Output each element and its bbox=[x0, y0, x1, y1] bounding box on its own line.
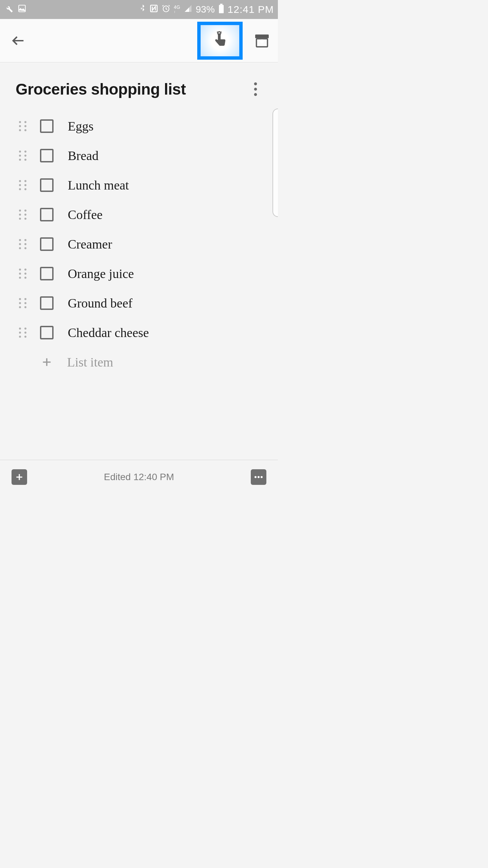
battery-percentage: 93% bbox=[196, 4, 215, 15]
item-checkbox[interactable] bbox=[40, 237, 54, 251]
svg-rect-4 bbox=[220, 4, 222, 5]
item-label[interactable]: Lunch meat bbox=[68, 178, 129, 193]
checklist-item[interactable]: Lunch meat bbox=[18, 170, 263, 200]
checklist-item[interactable]: Eggs bbox=[18, 111, 263, 141]
svg-point-13 bbox=[258, 476, 260, 478]
status-clock: 12:41 PM bbox=[228, 4, 274, 15]
item-checkbox[interactable] bbox=[40, 296, 54, 310]
item-checkbox[interactable] bbox=[40, 326, 54, 339]
item-label[interactable]: Coffee bbox=[68, 207, 103, 222]
item-label[interactable]: Creamer bbox=[68, 237, 112, 252]
status-left-icons bbox=[4, 4, 26, 16]
note-title-row: Groceries shopping list bbox=[0, 62, 278, 102]
plus-icon bbox=[40, 355, 54, 369]
overflow-menu-button[interactable] bbox=[249, 81, 262, 98]
back-button[interactable] bbox=[8, 31, 28, 51]
item-label[interactable]: Eggs bbox=[68, 119, 94, 134]
scroll-indicator[interactable] bbox=[272, 108, 278, 217]
svg-point-10 bbox=[254, 88, 257, 91]
item-checkbox[interactable] bbox=[40, 208, 54, 221]
image-icon bbox=[18, 4, 26, 15]
battery-icon bbox=[218, 4, 224, 16]
checklist-item[interactable]: Cheddar cheese bbox=[18, 318, 263, 347]
wrench-icon bbox=[4, 4, 14, 16]
nfc-icon bbox=[149, 4, 158, 15]
drag-handle-icon[interactable] bbox=[18, 209, 27, 220]
item-checkbox[interactable] bbox=[40, 119, 54, 133]
status-right-icons: 4G↕ 93% 12:41 PM bbox=[139, 4, 274, 16]
drag-handle-icon[interactable] bbox=[18, 327, 27, 338]
svg-rect-3 bbox=[219, 5, 224, 13]
network-type-badge: 4G↕ bbox=[174, 5, 180, 14]
svg-point-12 bbox=[255, 476, 257, 478]
svg-point-9 bbox=[254, 82, 257, 85]
item-checkbox[interactable] bbox=[40, 149, 54, 162]
item-label[interactable]: Bread bbox=[68, 148, 99, 163]
svg-rect-6 bbox=[255, 34, 269, 38]
alarm-icon bbox=[162, 4, 170, 15]
bluetooth-icon bbox=[139, 4, 146, 15]
more-options-button[interactable] bbox=[251, 469, 266, 485]
drag-handle-icon[interactable] bbox=[18, 238, 27, 250]
app-header bbox=[0, 19, 278, 62]
bottom-toolbar: Edited 12:40 PM bbox=[0, 460, 278, 494]
svg-rect-8 bbox=[261, 39, 263, 42]
checklist-item[interactable]: Creamer bbox=[18, 229, 263, 259]
add-attachment-button[interactable] bbox=[12, 469, 27, 485]
drag-handle-icon[interactable] bbox=[18, 179, 27, 191]
archive-button[interactable] bbox=[254, 33, 270, 48]
item-checkbox[interactable] bbox=[40, 267, 54, 280]
drag-handle-icon[interactable] bbox=[18, 297, 27, 309]
checklist-item[interactable]: Bread bbox=[18, 141, 263, 170]
checklist-item[interactable]: Coffee bbox=[18, 200, 263, 229]
checklist-item[interactable]: Ground beef bbox=[18, 288, 263, 318]
checklist-item[interactable]: Orange juice bbox=[18, 259, 263, 288]
item-checkbox[interactable] bbox=[40, 178, 54, 192]
android-status-bar: 4G↕ 93% 12:41 PM bbox=[0, 0, 278, 19]
note-title[interactable]: Groceries shopping list bbox=[16, 80, 249, 98]
svg-point-14 bbox=[261, 476, 263, 478]
drag-handle-icon[interactable] bbox=[18, 150, 27, 161]
pin-button-highlighted[interactable] bbox=[197, 22, 243, 60]
item-label[interactable]: Cheddar cheese bbox=[68, 325, 149, 340]
touch-gesture-icon bbox=[211, 31, 228, 50]
last-edited-label: Edited 12:40 PM bbox=[104, 472, 174, 482]
checklist: EggsBreadLunch meatCoffeeCreamerOrange j… bbox=[0, 102, 278, 377]
item-label[interactable]: Ground beef bbox=[68, 296, 133, 311]
add-item-placeholder: List item bbox=[67, 355, 113, 370]
add-list-item-row[interactable]: List item bbox=[18, 347, 263, 377]
svg-point-11 bbox=[254, 93, 257, 96]
drag-handle-icon[interactable] bbox=[18, 120, 27, 132]
signal-icon bbox=[184, 4, 192, 15]
drag-handle-icon[interactable] bbox=[18, 268, 27, 279]
item-label[interactable]: Orange juice bbox=[68, 266, 134, 281]
